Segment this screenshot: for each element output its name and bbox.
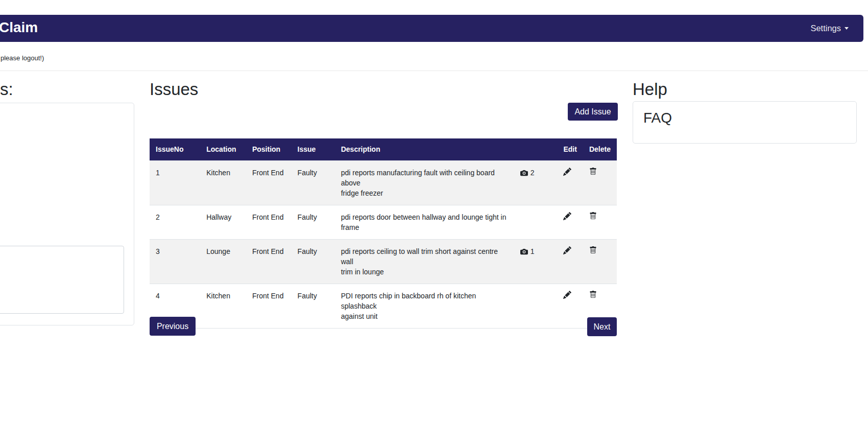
left-panel-heading: s:	[0, 80, 13, 99]
pencil-icon	[563, 212, 571, 220]
navbar: Claim Settings	[0, 15, 863, 42]
settings-label: Settings	[810, 24, 841, 33]
col-header-description: Description	[335, 138, 514, 161]
cell-edit	[557, 240, 583, 284]
pencil-icon	[563, 168, 571, 176]
cell-location: Kitchen	[200, 284, 246, 329]
cell-description: PDI reports chip in backboard rh of kitc…	[335, 284, 514, 329]
cell-location: Lounge	[200, 240, 246, 284]
col-header-issue: Issue	[292, 138, 335, 161]
photo-count-badge[interactable]: 2	[520, 168, 535, 178]
cell-issueno: 3	[150, 240, 200, 284]
cell-position: Front End	[246, 284, 292, 329]
cell-delete	[583, 161, 617, 205]
page: Claim Settings please logout!) s: Issues…	[0, 0, 868, 421]
col-header-position: Position	[246, 138, 292, 161]
divider	[0, 71, 868, 71]
photo-count: 1	[531, 246, 535, 256]
cell-position: Front End	[246, 240, 292, 284]
issues-heading: Issues	[150, 80, 198, 99]
cell-edit	[557, 284, 583, 329]
edit-button[interactable]	[563, 212, 571, 220]
cell-issue: Faulty	[292, 205, 335, 240]
pencil-icon	[563, 291, 571, 299]
table-row: 1 Kitchen Front End Faulty pdi reports m…	[150, 161, 617, 205]
cell-issue: Faulty	[292, 161, 335, 205]
edit-button[interactable]	[563, 168, 571, 176]
delete-button[interactable]	[589, 246, 597, 254]
cell-issueno: 2	[150, 205, 200, 240]
delete-button[interactable]	[589, 291, 597, 298]
camera-icon	[520, 248, 528, 255]
edit-button[interactable]	[563, 291, 571, 299]
help-heading: Help	[633, 80, 667, 99]
cell-location: Kitchen	[200, 161, 246, 205]
cell-description: pdi reports door between hallway and lou…	[335, 205, 514, 240]
col-header-location: Location	[200, 138, 246, 161]
cell-photos	[514, 205, 558, 240]
settings-menu[interactable]: Settings	[810, 15, 849, 42]
cell-position: Front End	[246, 205, 292, 240]
next-button[interactable]: Next	[587, 317, 617, 336]
cell-delete	[583, 240, 617, 284]
add-issue-button[interactable]: Add Issue	[568, 103, 618, 121]
pencil-icon	[563, 246, 571, 254]
cell-edit	[557, 161, 583, 205]
delete-button[interactable]	[589, 168, 597, 175]
cell-issue: Faulty	[292, 240, 335, 284]
chevron-down-icon	[845, 27, 849, 30]
col-header-issueno: IssueNo	[150, 138, 200, 161]
cell-photos: 2	[514, 161, 558, 205]
issues-table: IssueNo Location Position Issue Descript…	[150, 138, 617, 329]
edit-button[interactable]	[563, 246, 571, 254]
trash-icon	[589, 212, 597, 220]
delete-button[interactable]	[589, 212, 597, 220]
table-row: 3 Lounge Front End Faulty pdi reports ce…	[150, 240, 617, 284]
cell-photos	[514, 284, 558, 329]
cell-issue: Faulty	[292, 284, 335, 329]
photo-count: 2	[531, 168, 535, 178]
photo-count-badge[interactable]: 1	[520, 246, 535, 256]
col-header-edit: Edit	[557, 138, 583, 161]
cell-location: Hallway	[200, 205, 246, 240]
trash-icon	[589, 246, 597, 254]
cell-description: pdi reports manufacturing fault with cei…	[335, 161, 514, 205]
left-panel-textarea[interactable]	[0, 246, 124, 314]
previous-button[interactable]: Previous	[150, 317, 196, 336]
cell-delete	[583, 205, 617, 240]
table-row: 2 Hallway Front End Faulty pdi reports d…	[150, 205, 617, 240]
cell-edit	[557, 205, 583, 240]
table-header-row: IssueNo Location Position Issue Descript…	[150, 138, 617, 161]
trash-icon	[589, 291, 597, 298]
table-row: 4 Kitchen Front End Faulty PDI reports c…	[150, 284, 617, 329]
cell-issueno: 1	[150, 161, 200, 205]
cell-description: pdi reports ceiling to wall trim short a…	[335, 240, 514, 284]
trash-icon	[589, 168, 597, 175]
col-header-delete: Delete	[583, 138, 617, 161]
camera-icon	[520, 169, 528, 177]
logout-notice: please logout!)	[1, 54, 44, 62]
cell-photos: 1	[514, 240, 558, 284]
brand-link[interactable]: Claim	[0, 19, 38, 36]
col-header-photos	[514, 138, 558, 161]
faq-card: FAQ	[633, 101, 857, 144]
faq-link[interactable]: FAQ	[643, 109, 672, 127]
cell-position: Front End	[246, 161, 292, 205]
